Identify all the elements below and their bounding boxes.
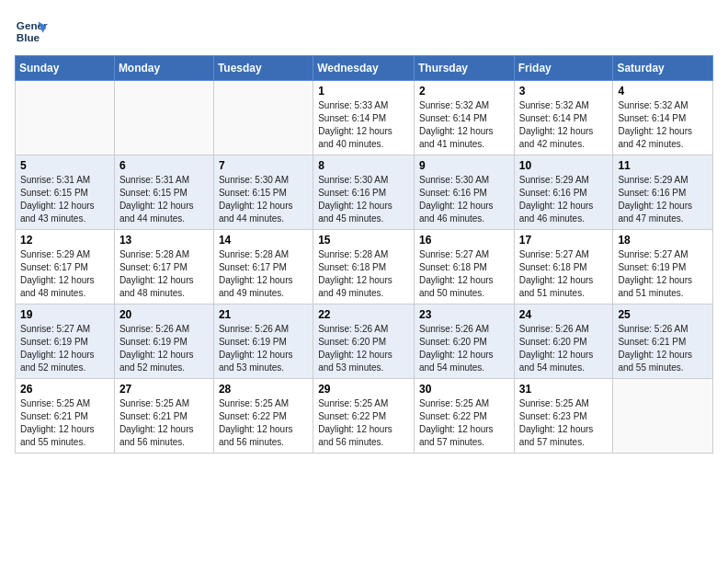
day-number: 9 bbox=[419, 159, 509, 172]
calendar-week-row: 26Sunrise: 5:25 AM Sunset: 6:21 PM Dayli… bbox=[16, 379, 713, 454]
calendar-week-row: 12Sunrise: 5:29 AM Sunset: 6:17 PM Dayli… bbox=[16, 230, 713, 304]
calendar-day-cell: 25Sunrise: 5:26 AM Sunset: 6:21 PM Dayli… bbox=[613, 304, 713, 379]
day-info: Sunrise: 5:28 AM Sunset: 6:17 PM Dayligh… bbox=[219, 248, 308, 300]
day-info: Sunrise: 5:29 AM Sunset: 6:16 PM Dayligh… bbox=[618, 174, 708, 225]
day-info: Sunrise: 5:32 AM Sunset: 6:14 PM Dayligh… bbox=[419, 99, 509, 151]
day-number: 28 bbox=[219, 383, 308, 396]
day-number: 31 bbox=[519, 383, 609, 396]
day-number: 20 bbox=[119, 308, 209, 321]
day-number: 3 bbox=[519, 85, 609, 98]
calendar-day-cell: 7Sunrise: 5:30 AM Sunset: 6:15 PM Daylig… bbox=[213, 155, 313, 230]
day-info: Sunrise: 5:25 AM Sunset: 6:21 PM Dayligh… bbox=[119, 397, 209, 449]
day-number: 27 bbox=[119, 383, 209, 396]
weekday-header-saturday: Saturday bbox=[613, 56, 713, 81]
day-number: 12 bbox=[20, 234, 109, 247]
day-number: 18 bbox=[618, 234, 708, 247]
day-info: Sunrise: 5:27 AM Sunset: 6:18 PM Dayligh… bbox=[519, 248, 609, 300]
day-info: Sunrise: 5:25 AM Sunset: 6:23 PM Dayligh… bbox=[519, 397, 609, 449]
day-info: Sunrise: 5:30 AM Sunset: 6:15 PM Dayligh… bbox=[219, 174, 308, 225]
day-info: Sunrise: 5:25 AM Sunset: 6:22 PM Dayligh… bbox=[219, 397, 308, 449]
day-number: 4 bbox=[618, 85, 708, 98]
calendar-day-cell: 13Sunrise: 5:28 AM Sunset: 6:17 PM Dayli… bbox=[114, 230, 213, 304]
calendar-day-cell: 18Sunrise: 5:27 AM Sunset: 6:19 PM Dayli… bbox=[613, 230, 713, 304]
logo: General Blue bbox=[15, 15, 48, 48]
day-number: 24 bbox=[519, 308, 609, 321]
calendar-day-cell: 11Sunrise: 5:29 AM Sunset: 6:16 PM Dayli… bbox=[613, 155, 713, 230]
calendar-day-cell: 21Sunrise: 5:26 AM Sunset: 6:19 PM Dayli… bbox=[213, 304, 313, 379]
day-info: Sunrise: 5:26 AM Sunset: 6:19 PM Dayligh… bbox=[219, 323, 308, 374]
calendar-day-cell: 29Sunrise: 5:25 AM Sunset: 6:22 PM Dayli… bbox=[313, 379, 415, 454]
calendar-day-cell: 16Sunrise: 5:27 AM Sunset: 6:18 PM Dayli… bbox=[414, 230, 514, 304]
calendar-day-cell: 12Sunrise: 5:29 AM Sunset: 6:17 PM Dayli… bbox=[16, 230, 115, 304]
day-number: 17 bbox=[519, 234, 609, 247]
calendar-empty-cell bbox=[613, 379, 713, 454]
calendar-day-cell: 31Sunrise: 5:25 AM Sunset: 6:23 PM Dayli… bbox=[514, 379, 613, 454]
calendar-table: SundayMondayTuesdayWednesdayThursdayFrid… bbox=[15, 55, 713, 454]
day-number: 10 bbox=[519, 159, 609, 172]
day-info: Sunrise: 5:31 AM Sunset: 6:15 PM Dayligh… bbox=[119, 174, 209, 225]
day-number: 26 bbox=[20, 383, 109, 396]
day-number: 14 bbox=[219, 234, 308, 247]
calendar-day-cell: 14Sunrise: 5:28 AM Sunset: 6:17 PM Dayli… bbox=[213, 230, 313, 304]
day-number: 25 bbox=[618, 308, 708, 321]
day-info: Sunrise: 5:31 AM Sunset: 6:15 PM Dayligh… bbox=[20, 174, 109, 225]
weekday-header-row: SundayMondayTuesdayWednesdayThursdayFrid… bbox=[16, 56, 713, 81]
day-info: Sunrise: 5:27 AM Sunset: 6:19 PM Dayligh… bbox=[618, 248, 708, 300]
calendar-day-cell: 1Sunrise: 5:33 AM Sunset: 6:14 PM Daylig… bbox=[313, 81, 415, 155]
day-info: Sunrise: 5:29 AM Sunset: 6:17 PM Dayligh… bbox=[20, 248, 109, 300]
svg-text:Blue: Blue bbox=[17, 31, 40, 43]
calendar-empty-cell bbox=[114, 81, 213, 155]
day-info: Sunrise: 5:28 AM Sunset: 6:18 PM Dayligh… bbox=[318, 248, 409, 300]
calendar-day-cell: 27Sunrise: 5:25 AM Sunset: 6:21 PM Dayli… bbox=[114, 379, 213, 454]
day-number: 2 bbox=[419, 85, 509, 98]
calendar-day-cell: 23Sunrise: 5:26 AM Sunset: 6:20 PM Dayli… bbox=[414, 304, 514, 379]
calendar-week-row: 5Sunrise: 5:31 AM Sunset: 6:15 PM Daylig… bbox=[16, 155, 713, 230]
calendar-day-cell: 19Sunrise: 5:27 AM Sunset: 6:19 PM Dayli… bbox=[16, 304, 115, 379]
day-info: Sunrise: 5:32 AM Sunset: 6:14 PM Dayligh… bbox=[618, 99, 708, 151]
calendar-day-cell: 20Sunrise: 5:26 AM Sunset: 6:19 PM Dayli… bbox=[114, 304, 213, 379]
day-number: 8 bbox=[318, 159, 409, 172]
day-number: 1 bbox=[318, 85, 409, 98]
day-number: 19 bbox=[20, 308, 109, 321]
calendar-day-cell: 3Sunrise: 5:32 AM Sunset: 6:14 PM Daylig… bbox=[514, 81, 613, 155]
weekday-header-sunday: Sunday bbox=[16, 56, 115, 81]
day-info: Sunrise: 5:26 AM Sunset: 6:20 PM Dayligh… bbox=[519, 323, 609, 374]
logo-icon: General Blue bbox=[15, 15, 48, 48]
calendar-day-cell: 2Sunrise: 5:32 AM Sunset: 6:14 PM Daylig… bbox=[414, 81, 514, 155]
day-info: Sunrise: 5:25 AM Sunset: 6:21 PM Dayligh… bbox=[20, 397, 109, 449]
day-number: 7 bbox=[219, 159, 308, 172]
calendar-day-cell: 9Sunrise: 5:30 AM Sunset: 6:16 PM Daylig… bbox=[414, 155, 514, 230]
calendar-day-cell: 17Sunrise: 5:27 AM Sunset: 6:18 PM Dayli… bbox=[514, 230, 613, 304]
weekday-header-monday: Monday bbox=[114, 56, 213, 81]
calendar-week-row: 1Sunrise: 5:33 AM Sunset: 6:14 PM Daylig… bbox=[16, 81, 713, 155]
weekday-header-tuesday: Tuesday bbox=[213, 56, 313, 81]
calendar-empty-cell bbox=[16, 81, 115, 155]
day-info: Sunrise: 5:25 AM Sunset: 6:22 PM Dayligh… bbox=[419, 397, 509, 449]
calendar-day-cell: 8Sunrise: 5:30 AM Sunset: 6:16 PM Daylig… bbox=[313, 155, 415, 230]
day-info: Sunrise: 5:27 AM Sunset: 6:19 PM Dayligh… bbox=[20, 323, 109, 374]
calendar-day-cell: 30Sunrise: 5:25 AM Sunset: 6:22 PM Dayli… bbox=[414, 379, 514, 454]
day-number: 16 bbox=[419, 234, 509, 247]
calendar-day-cell: 15Sunrise: 5:28 AM Sunset: 6:18 PM Dayli… bbox=[313, 230, 415, 304]
day-number: 21 bbox=[219, 308, 308, 321]
day-info: Sunrise: 5:30 AM Sunset: 6:16 PM Dayligh… bbox=[419, 174, 509, 225]
calendar-day-cell: 6Sunrise: 5:31 AM Sunset: 6:15 PM Daylig… bbox=[114, 155, 213, 230]
calendar-week-row: 19Sunrise: 5:27 AM Sunset: 6:19 PM Dayli… bbox=[16, 304, 713, 379]
calendar-day-cell: 24Sunrise: 5:26 AM Sunset: 6:20 PM Dayli… bbox=[514, 304, 613, 379]
day-number: 29 bbox=[318, 383, 409, 396]
day-info: Sunrise: 5:30 AM Sunset: 6:16 PM Dayligh… bbox=[318, 174, 409, 225]
weekday-header-friday: Friday bbox=[514, 56, 613, 81]
weekday-header-thursday: Thursday bbox=[414, 56, 514, 81]
day-info: Sunrise: 5:32 AM Sunset: 6:14 PM Dayligh… bbox=[519, 99, 609, 151]
day-info: Sunrise: 5:26 AM Sunset: 6:20 PM Dayligh… bbox=[419, 323, 509, 374]
calendar-day-cell: 22Sunrise: 5:26 AM Sunset: 6:20 PM Dayli… bbox=[313, 304, 415, 379]
day-number: 11 bbox=[618, 159, 708, 172]
day-info: Sunrise: 5:26 AM Sunset: 6:21 PM Dayligh… bbox=[618, 323, 708, 374]
day-number: 30 bbox=[419, 383, 509, 396]
day-info: Sunrise: 5:29 AM Sunset: 6:16 PM Dayligh… bbox=[519, 174, 609, 225]
day-number: 6 bbox=[119, 159, 209, 172]
day-info: Sunrise: 5:33 AM Sunset: 6:14 PM Dayligh… bbox=[318, 99, 409, 151]
day-info: Sunrise: 5:26 AM Sunset: 6:20 PM Dayligh… bbox=[318, 323, 409, 374]
calendar-day-cell: 10Sunrise: 5:29 AM Sunset: 6:16 PM Dayli… bbox=[514, 155, 613, 230]
day-info: Sunrise: 5:28 AM Sunset: 6:17 PM Dayligh… bbox=[119, 248, 209, 300]
